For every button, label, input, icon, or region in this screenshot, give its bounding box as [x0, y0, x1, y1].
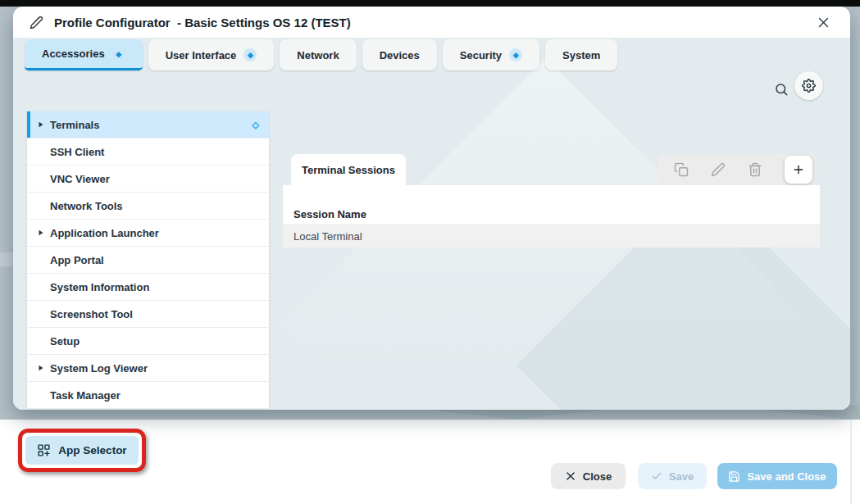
app-selector-label: App Selector — [58, 444, 126, 456]
profile-configurator-dialog: Profile Configurator - Basic Settings OS… — [13, 7, 850, 410]
feature-sidebar: Terminals ◇ SSH Client VNC Viewer Networ… — [27, 111, 269, 409]
table-row[interactable]: Local Terminal — [283, 225, 820, 247]
expand-caret-icon[interactable] — [37, 364, 50, 372]
sidebar-item-label: Application Launcher — [50, 227, 159, 239]
sidebar-item-terminals[interactable]: Terminals ◇ — [27, 111, 269, 138]
tab-label: Security — [460, 49, 502, 61]
sidebar-item-ssh-client[interactable]: SSH Client — [27, 138, 269, 166]
sidebar-item-vnc-viewer[interactable]: VNC Viewer — [27, 166, 269, 193]
sidebar-item-label: Task Manager — [50, 389, 121, 402]
sidebar-item-system-information[interactable]: System Information — [27, 274, 269, 301]
sidebar-item-label: VNC Viewer — [50, 173, 110, 185]
sidebar-item-label: Setup — [50, 335, 80, 347]
edit-pencil-icon — [30, 16, 43, 30]
tab-network[interactable]: Network — [280, 39, 356, 70]
expand-caret-icon[interactable] — [37, 120, 50, 129]
sidebar-item-screenshot-tool[interactable]: Screenshot Tool — [27, 301, 269, 328]
page-edge-divider — [850, 420, 852, 504]
sidebar-item-label: System Log Viewer — [50, 362, 148, 375]
app-grid-icon — [37, 443, 51, 457]
sessions-table: Session Name Local Terminal — [283, 185, 820, 247]
dialog-titlebar: Profile Configurator - Basic Settings OS… — [13, 7, 850, 38]
search-icon[interactable] — [771, 79, 791, 99]
save-floppy-icon — [728, 470, 740, 483]
tab-label: Terminal Sessions — [302, 164, 395, 176]
save-and-close-button[interactable]: Save and Close — [717, 463, 837, 489]
save-and-close-button-label: Save and Close — [747, 470, 826, 483]
tab-label: Devices — [380, 49, 420, 61]
session-name-cell: Local Terminal — [293, 230, 362, 243]
expand-caret-icon[interactable] — [37, 229, 50, 237]
tab-devices[interactable]: Devices — [362, 39, 437, 70]
save-button[interactable]: Save — [638, 463, 707, 489]
duplicate-icon[interactable] — [674, 162, 689, 177]
table-column-header: Session Name — [283, 203, 820, 225]
sidebar-item-system-log-viewer[interactable]: System Log Viewer — [27, 355, 269, 382]
sidebar-item-task-manager[interactable]: Task Manager — [27, 382, 269, 409]
close-button-label: Close — [583, 470, 612, 483]
settings-gear-button[interactable] — [794, 71, 823, 100]
sidebar-item-setup[interactable]: Setup — [27, 328, 269, 355]
modified-diamond-icon: ◆ — [112, 48, 125, 61]
close-icon[interactable] — [813, 12, 834, 33]
tab-label: Accessories — [42, 48, 105, 60]
background-top-strip — [0, 0, 860, 7]
delete-icon[interactable] — [748, 162, 762, 177]
sidebar-item-label: Terminals — [50, 119, 99, 131]
modified-diamond-icon: ◆ — [509, 48, 522, 61]
save-button-label: Save — [669, 470, 694, 483]
tab-security[interactable]: Security ◆ — [443, 39, 539, 70]
sidebar-item-app-portal[interactable]: App Portal — [27, 247, 269, 274]
check-icon — [651, 470, 662, 482]
tab-user-interface[interactable]: User Interface ◆ — [148, 39, 275, 70]
tab-label: User Interface — [166, 49, 237, 61]
table-spacer — [283, 185, 820, 203]
sidebar-item-label: Network Tools — [50, 200, 123, 212]
sidebar-item-label: Screenshot Tool — [50, 308, 133, 320]
modified-diamond-outline-icon: ◇ — [253, 120, 259, 130]
tab-label: System — [562, 49, 600, 61]
app-selector-button[interactable]: App Selector — [25, 436, 139, 465]
category-tabbar: Accessories ◆ User Interface ◆ Network D… — [25, 39, 617, 70]
tab-accessories[interactable]: Accessories ◆ — [25, 39, 143, 70]
add-session-button[interactable] — [785, 156, 812, 184]
edit-icon[interactable] — [711, 162, 726, 177]
sidebar-item-label: System Information — [50, 281, 149, 293]
sessions-toolbar — [658, 154, 817, 185]
sidebar-item-network-tools[interactable]: Network Tools — [27, 193, 269, 220]
close-button[interactable]: Close — [551, 463, 626, 489]
sidebar-item-label: SSH Client — [50, 146, 104, 158]
tab-label: Network — [297, 49, 339, 61]
sidebar-item-application-launcher[interactable]: Application Launcher — [27, 220, 269, 247]
dialog-body: Accessories ◆ User Interface ◆ Network D… — [13, 38, 850, 410]
tab-terminal-sessions[interactable]: Terminal Sessions — [291, 154, 406, 185]
column-header-label: Session Name — [293, 208, 366, 220]
dialog-title: Profile Configurator - Basic Settings OS… — [54, 16, 351, 30]
sidebar-item-label: App Portal — [50, 254, 104, 266]
modified-diamond-icon: ◆ — [243, 48, 257, 61]
close-x-icon — [565, 470, 576, 482]
tab-system[interactable]: System — [545, 39, 617, 70]
